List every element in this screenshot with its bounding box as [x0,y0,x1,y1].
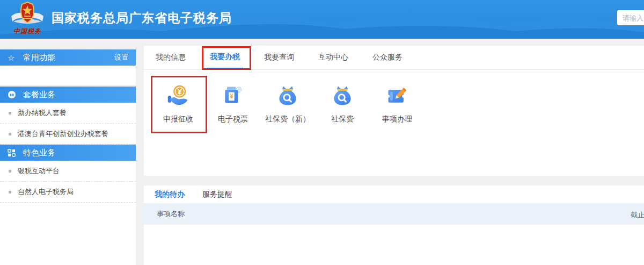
bullet-icon [9,170,11,173]
shortcut-declare-collect[interactable]: 申报征收 [155,84,202,124]
sidebar-section-common-functions: ☆ 常用功能 设置 [0,49,136,66]
shortcut-grid: 申报征收 电子税票 [144,70,644,124]
shortcut-label: 事项办理 [382,114,412,124]
tab-label: 我的信息 [156,53,186,62]
tab-label: 公众服务 [372,53,402,62]
column-matter-name: 事项名称 [144,209,185,219]
bullet-icon [9,191,11,194]
sidebar-item-new-taxpayer-package[interactable]: 新办纳税人套餐 [0,103,136,124]
sidebar-item-label: 自然人电子税务局 [18,187,74,197]
todo-panel: 我的待办 服务提醒 事项名称 截止日期 [144,185,644,265]
featured-services-list: 银税互动平台 自然人电子税务局 [0,161,136,203]
tab-label: 互动中心 [318,53,348,62]
search-input[interactable] [617,10,644,25]
common-functions-empty-area [0,66,136,85]
tax-bureau-logo: 中国税务 [7,1,46,38]
sidebar-item-hmt-youth-package[interactable]: 港澳台青年创新创业办税套餐 [0,124,136,145]
tax-emblem-icon [7,1,48,28]
tab-my-info[interactable]: 我的信息 [152,46,189,69]
coin-in-hand-icon [166,84,190,108]
main-tabbar: 我的信息 我要办税 我要查询 互动中心 公众服务 [144,46,644,70]
package-icon [8,90,18,99]
tab-my-query[interactable]: 我要查询 [261,46,297,69]
sidebar-item-label: 港澳台青年创新创业办税套餐 [18,129,108,139]
sidebar-item-natural-person-etax[interactable]: 自然人电子税务局 [0,182,136,203]
sidebar-section-featured-services: 特色业务 [0,145,136,161]
sidebar-section-package-services: 套餐业务 [0,87,136,103]
grid-icon [8,148,18,157]
shortcut-social-insurance-new[interactable]: 社保费（新） [264,84,311,124]
settings-button[interactable]: 设置 [114,53,128,62]
sidebar-section-title: 特色业务 [23,148,128,158]
shortcut-matter-handling[interactable]: 事项办理 [374,84,421,124]
bullet-icon [9,133,11,135]
shortcut-label: 社保费 [331,114,354,124]
logo-caption: 中国税务 [7,27,48,36]
sidebar-section-title: 常用功能 [23,53,114,63]
sidebar: ☆ 常用功能 设置 套餐业务 新办纳税人套餐 港澳 [0,49,136,265]
page-title: 国家税务总局广东省电子税务局 [52,10,232,26]
bullet-icon [9,112,11,114]
tab-tax-handling[interactable]: 我要办税 [207,46,243,69]
tab-public-services[interactable]: 公众服务 [369,46,406,69]
app-header: 中国税务 国家税务总局广东省电子税务局 [0,0,644,39]
main-panel: 我的信息 我要办税 我要查询 互动中心 公众服务 [144,46,644,176]
shortcut-social-insurance[interactable]: 社保费 [319,84,366,124]
tab-interaction-center[interactable]: 互动中心 [315,46,352,69]
sidebar-section-title: 套餐业务 [23,90,128,100]
app-window: 中国税务 国家税务总局广东省电子税务局 ☆ 常用功能 设置 套餐业务 [0,0,644,265]
money-bag-search-icon [276,84,299,108]
sidebar-filler [0,203,136,265]
invoice-printer-icon [221,84,245,108]
shortcut-label: 电子税票 [218,114,248,124]
star-icon: ☆ [8,53,18,62]
tab-my-todo[interactable]: 我的待办 [155,190,185,199]
shortcut-label: 社保费（新） [265,114,310,124]
tab-label: 我要查询 [264,53,294,62]
sidebar-item-label: 银税互动平台 [18,166,60,176]
package-services-list: 新办纳税人套餐 港澳台青年创新创业办税套餐 [0,103,136,145]
sidebar-item-label: 新办纳税人套餐 [18,108,67,118]
ticket-pencil-icon [385,84,409,108]
tab-label: 我要办税 [210,52,240,62]
sidebar-item-bank-tax-platform[interactable]: 银税互动平台 [0,161,136,182]
shortcut-e-invoice[interactable]: 电子税票 [209,84,257,124]
todo-table-header: 事项名称 截止日期 [144,203,644,225]
shortcut-label: 申报征收 [163,114,193,124]
column-deadline: 截止日期 [631,210,644,220]
money-bag-search-icon [331,84,354,108]
todo-tabbar: 我的待办 服务提醒 [144,185,644,203]
tab-service-reminder[interactable]: 服务提醒 [202,190,232,199]
